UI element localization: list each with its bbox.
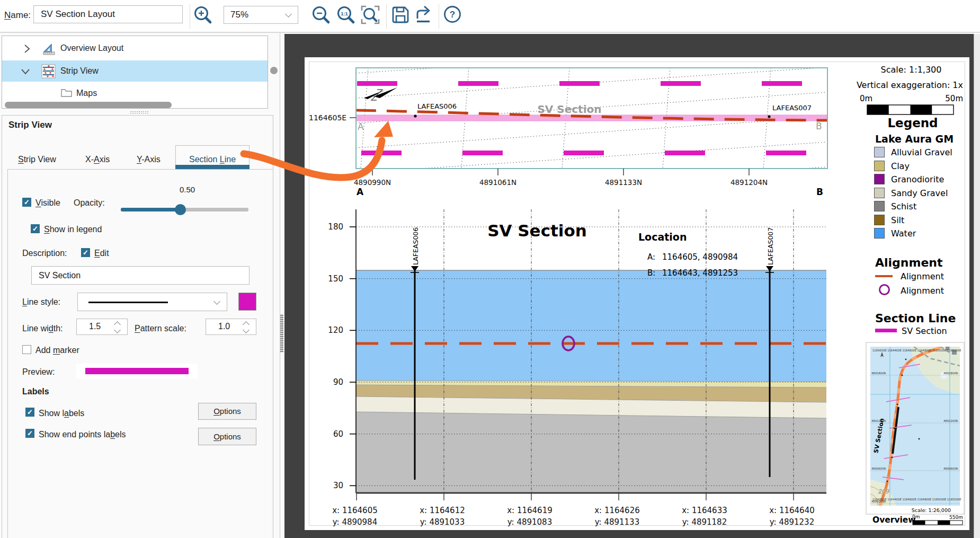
zoom-level-select[interactable]: 75% bbox=[224, 6, 298, 24]
tree-vertical-scrollbar[interactable] bbox=[270, 67, 278, 74]
show-end-points-checkbox[interactable]: ✓ bbox=[25, 429, 34, 438]
tree-item-overview-layout[interactable]: Overview Layout bbox=[2, 39, 268, 60]
line-width-spinner[interactable]: 1.5 bbox=[76, 319, 128, 335]
x-label: x: 1164612 bbox=[418, 506, 466, 515]
strip-view-properties: Strip View Strip View X-Axis Y-Axis Sect… bbox=[2, 115, 273, 538]
preview-box bbox=[76, 364, 198, 378]
active-tab-underline bbox=[175, 165, 250, 169]
opacity-label: Opacity: bbox=[74, 198, 105, 208]
y-tick: 180 bbox=[325, 222, 343, 232]
scalebar-right-label: 50m bbox=[938, 94, 963, 103]
layout-tree: Overview Layout Strip View Maps bbox=[2, 36, 268, 109]
y-tick: 120 bbox=[325, 325, 343, 335]
line-color-swatch[interactable] bbox=[238, 293, 256, 311]
show-labels-options-button[interactable]: Options bbox=[198, 403, 256, 420]
tab-y-axis[interactable]: Y-Axis bbox=[137, 155, 161, 164]
opacity-slider-thumb[interactable] bbox=[175, 204, 186, 215]
panel-edge bbox=[280, 33, 280, 538]
map-x-tick: 4891204N bbox=[725, 178, 773, 187]
zoom-in-icon[interactable] bbox=[192, 4, 215, 28]
visible-checkbox[interactable]: ✓ bbox=[22, 198, 31, 207]
map-borehole2-label: LAFEAS007 bbox=[772, 104, 812, 112]
section-line-swatch bbox=[875, 329, 897, 332]
spin-down-icon[interactable] bbox=[243, 327, 250, 333]
overview-n-label: 4890600N bbox=[871, 467, 886, 470]
overview-contour-value: 209 bbox=[878, 488, 889, 495]
labels-heading: Labels bbox=[22, 387, 49, 396]
save-icon[interactable] bbox=[390, 5, 412, 27]
line-style-label: Line style: bbox=[22, 297, 60, 307]
viewport-scrollbar[interactable] bbox=[974, 34, 980, 538]
zoom-select-chevron-icon bbox=[285, 11, 292, 17]
tree-item-label: Overview Layout bbox=[60, 43, 123, 53]
scale-text: Scale: 1:1,300 bbox=[858, 65, 964, 75]
layout-icon bbox=[42, 43, 56, 56]
line-style-sample bbox=[88, 302, 168, 303]
name-input[interactable] bbox=[33, 5, 183, 23]
export-icon[interactable] bbox=[414, 5, 437, 27]
show-in-legend-checkbox[interactable]: ✓ bbox=[31, 224, 40, 233]
y-tick: 150 bbox=[325, 274, 343, 284]
tree-item-label: Maps bbox=[76, 89, 97, 98]
x-label: y: 4891133 bbox=[593, 517, 641, 527]
tab-strip-view[interactable]: Strip View bbox=[18, 155, 56, 164]
layout-page[interactable]: 1164605E LAFEAS006 LAFEAS007 SV Section … bbox=[305, 57, 969, 530]
zoom-fit-icon[interactable] bbox=[360, 4, 383, 28]
y-tick: 90 bbox=[325, 377, 343, 387]
show-labels-checkbox[interactable]: ✓ bbox=[25, 408, 34, 417]
zoom-one-to-one-icon[interactable]: 1:1 bbox=[335, 4, 358, 28]
legend-label: Schist bbox=[891, 201, 916, 211]
opacity-slider-fill bbox=[121, 208, 181, 211]
add-marker-label: Add marker bbox=[35, 346, 79, 355]
spin-down-icon[interactable] bbox=[114, 327, 121, 333]
preview-label: Preview: bbox=[22, 367, 55, 377]
alignment-line-label: Alignment bbox=[901, 271, 944, 281]
description-input[interactable] bbox=[31, 266, 250, 285]
add-marker-checkbox[interactable] bbox=[22, 345, 31, 354]
legend-swatch bbox=[874, 147, 885, 157]
legend-swatch bbox=[874, 201, 885, 211]
description-label: Description: bbox=[22, 249, 67, 258]
toolbar-separator bbox=[439, 4, 439, 29]
legend-swatch bbox=[874, 188, 885, 198]
svg-text:?: ? bbox=[450, 10, 455, 20]
overview-n-label: 4891800N bbox=[943, 372, 958, 375]
x-label: x: 1164640 bbox=[768, 506, 816, 515]
show-end-points-options-button[interactable]: Options bbox=[198, 428, 256, 445]
legend-label: Alluvial Gravel bbox=[891, 147, 952, 157]
line-style-select[interactable] bbox=[77, 293, 227, 311]
strip-view-icon bbox=[41, 64, 56, 79]
map-x-tick: 4891061N bbox=[474, 178, 522, 187]
x-label: y: 4891182 bbox=[681, 517, 728, 527]
vertical-splitter-handle[interactable] bbox=[280, 314, 283, 352]
zoom-out-icon[interactable] bbox=[310, 4, 333, 28]
line-style-chevron-icon bbox=[213, 298, 220, 305]
help-icon[interactable]: ? bbox=[443, 5, 464, 27]
left-panel: Overview Layout Strip View Maps Strip Vi… bbox=[0, 33, 284, 538]
map-section-line-label: SV Section bbox=[532, 103, 607, 116]
legend-title: Legend bbox=[860, 116, 966, 130]
pattern-scale-spinner[interactable]: 1.0 bbox=[206, 319, 256, 335]
panel-splitter-handle[interactable] bbox=[130, 111, 149, 114]
location-title: Location bbox=[638, 231, 687, 243]
tree-horizontal-scrollbar[interactable] bbox=[5, 102, 172, 108]
chevron-down-icon[interactable] bbox=[20, 67, 31, 76]
legend-swatch bbox=[874, 228, 885, 239]
folder-icon bbox=[60, 87, 73, 98]
scalebar-left-label: 0m bbox=[860, 94, 872, 103]
visible-label: Visible bbox=[35, 198, 60, 208]
tree-item-strip-view[interactable]: Strip View bbox=[2, 60, 268, 82]
edit-checkbox[interactable]: ✓ bbox=[81, 248, 90, 257]
map-a-end-label: A bbox=[358, 121, 364, 132]
overview-scalebar-right: 550m bbox=[949, 515, 963, 520]
borehole1-label: LAFEAS006 bbox=[412, 223, 419, 265]
tab-x-axis[interactable]: X-Axis bbox=[85, 155, 110, 164]
tab-section-line[interactable]: Section Line bbox=[175, 145, 250, 165]
alignment-circle-label: Alignment bbox=[901, 286, 944, 296]
x-label: x: 1164619 bbox=[506, 506, 554, 515]
panel-title: Strip View bbox=[8, 120, 52, 130]
tree-item-maps[interactable]: Maps bbox=[2, 82, 268, 103]
x-label: y: 4891033 bbox=[418, 517, 466, 527]
chevron-right-icon[interactable] bbox=[22, 44, 32, 54]
y-tick: 60 bbox=[325, 429, 343, 439]
